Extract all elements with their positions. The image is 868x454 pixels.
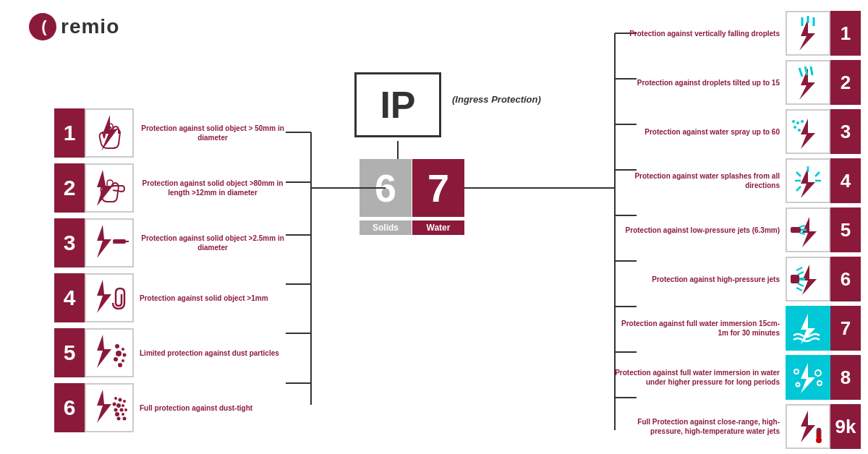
left-icon-5 <box>85 328 134 377</box>
svg-rect-25 <box>113 241 114 244</box>
svg-line-81 <box>796 288 802 291</box>
left-number-1: 1 <box>54 108 85 158</box>
left-desc-4: Protection against solid object >1mm <box>134 294 268 303</box>
left-desc-6: Full protection against dust-tight <box>134 403 252 413</box>
ingress-label: (Ingress Protection) <box>452 94 541 105</box>
right-panel: Protection against vertically falling dr… <box>615 11 861 453</box>
digit-7-box: 7 <box>412 159 464 217</box>
ip-text: IP <box>380 83 415 127</box>
right-item-1: Protection against vertically falling dr… <box>615 11 861 56</box>
svg-marker-27 <box>97 335 111 368</box>
svg-line-67 <box>815 172 820 176</box>
svg-point-36 <box>114 397 117 400</box>
right-item-8: Protection against full water immersion … <box>615 355 861 400</box>
svg-rect-76 <box>791 275 799 283</box>
svg-point-61 <box>801 120 804 123</box>
svg-line-54 <box>799 68 802 77</box>
svg-rect-91 <box>817 431 820 440</box>
svg-marker-22 <box>97 225 111 258</box>
left-item-5: 5 Limited protection against dust partic… <box>54 328 286 377</box>
right-number-2: 2 <box>830 60 861 105</box>
logo: ( remio <box>29 13 119 40</box>
svg-point-44 <box>124 408 127 411</box>
svg-point-37 <box>119 398 122 402</box>
svg-line-56 <box>811 67 812 75</box>
svg-marker-57 <box>801 119 815 149</box>
svg-line-80 <box>796 267 802 270</box>
svg-line-78 <box>798 272 804 275</box>
left-number-2: 2 <box>54 163 85 213</box>
left-panel: 1 Protection against solid object > 50mm… <box>54 108 286 438</box>
svg-marker-63 <box>801 168 815 198</box>
right-number-1: 1 <box>830 11 861 56</box>
left-desc-1: Protection against solid object > 50mm i… <box>134 124 286 142</box>
svg-point-42 <box>114 408 118 412</box>
left-item-1: 1 Protection against solid object > 50mm… <box>54 108 286 158</box>
left-number-3: 3 <box>54 218 85 267</box>
svg-marker-26 <box>97 280 111 313</box>
left-icon-6 <box>85 383 134 432</box>
svg-point-38 <box>123 400 126 403</box>
water-label: Water <box>412 220 464 235</box>
right-icon-8 <box>786 355 830 400</box>
right-item-6: Protection against high-pressure jets 6 <box>615 257 861 301</box>
logo-icon: ( <box>29 13 56 40</box>
svg-marker-83 <box>801 363 815 393</box>
svg-point-45 <box>115 412 119 416</box>
left-desc-2: Protection against solid object >80mm in… <box>134 179 286 197</box>
right-number-9k: 9k <box>830 404 861 449</box>
svg-line-79 <box>798 283 804 286</box>
svg-point-48 <box>123 417 127 421</box>
svg-point-84 <box>794 369 799 374</box>
right-number-5: 5 <box>830 207 861 252</box>
right-desc-6: Protection against high-pressure jets <box>615 275 786 284</box>
svg-point-30 <box>116 351 122 356</box>
svg-point-43 <box>120 408 124 412</box>
svg-point-29 <box>122 348 124 351</box>
right-item-2: Protection against droplets tilted up to… <box>615 60 861 105</box>
svg-marker-35 <box>97 390 111 423</box>
svg-rect-71 <box>791 227 801 233</box>
svg-marker-88 <box>801 411 815 442</box>
right-desc-5: Protection against low-pressure jets (6.… <box>615 226 786 235</box>
svg-point-59 <box>793 126 796 129</box>
left-number-5: 5 <box>54 328 85 377</box>
right-desc-4: Protection against water splashes from a… <box>615 171 786 190</box>
svg-point-40 <box>116 403 121 408</box>
right-desc-7: Protection against full water immersion … <box>615 319 786 338</box>
right-number-4: 4 <box>830 158 861 203</box>
right-item-9k: Full Protection against close-range, hig… <box>615 404 861 449</box>
svg-point-85 <box>815 370 821 376</box>
svg-point-58 <box>796 121 799 124</box>
right-desc-1: Protection against vertically falling dr… <box>615 29 786 38</box>
right-desc-9k: Full Protection against close-range, hig… <box>615 417 786 436</box>
left-icon-1 <box>85 108 134 158</box>
solids-label: Solids <box>359 220 412 235</box>
svg-point-28 <box>115 344 119 348</box>
svg-point-34 <box>118 363 122 367</box>
right-desc-8: Protection against full water immersion … <box>615 368 786 387</box>
left-item-6: 6 Full protection against dust-tight <box>54 383 286 432</box>
svg-point-47 <box>117 417 121 421</box>
right-icon-5 <box>786 207 830 252</box>
right-item-7: Protection against full water immersion … <box>615 306 861 351</box>
svg-point-39 <box>113 403 116 406</box>
svg-line-73 <box>799 226 805 227</box>
right-icon-3 <box>786 109 830 154</box>
logo-bracket: ( <box>41 17 46 36</box>
svg-point-32 <box>114 357 118 361</box>
right-desc-3: Protection against water spray up to 60 <box>615 127 786 137</box>
right-icon-4 <box>786 158 830 203</box>
svg-point-60 <box>798 129 801 132</box>
right-icon-6 <box>786 257 830 301</box>
svg-point-41 <box>122 404 124 407</box>
right-item-5: Protection against low-pressure jets (6.… <box>615 207 861 252</box>
left-number-6: 6 <box>54 383 85 432</box>
svg-line-69 <box>796 187 801 191</box>
svg-line-55 <box>805 67 807 75</box>
right-icon-1 <box>786 11 830 56</box>
left-icon-4 <box>85 273 134 322</box>
left-desc-3: Protection against solid object >2.5mm i… <box>134 234 286 252</box>
right-number-3: 3 <box>830 109 861 154</box>
digit-6-box: 6 <box>359 159 412 217</box>
